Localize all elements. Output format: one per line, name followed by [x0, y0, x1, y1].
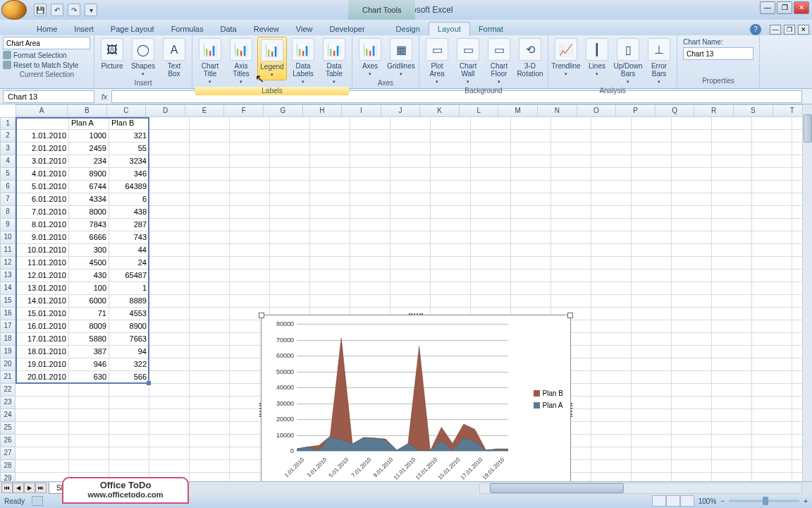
cell-C11[interactable]: 44 — [109, 244, 149, 257]
cell-J10[interactable] — [390, 231, 431, 244]
cell-E18[interactable] — [190, 333, 230, 346]
cell-D5[interactable] — [149, 168, 190, 181]
cell-M15[interactable] — [511, 295, 551, 308]
cell-L3[interactable] — [471, 143, 511, 155]
cell-D27[interactable] — [149, 447, 190, 460]
cell-B12[interactable]: 4500 — [69, 257, 109, 270]
cell-S27[interactable] — [752, 447, 792, 460]
cell-E12[interactable] — [190, 257, 230, 270]
cell-C23[interactable] — [109, 397, 149, 409]
cell-A14[interactable]: 13.01.2010 — [16, 282, 69, 295]
cell-S15[interactable] — [752, 295, 792, 308]
cell-A19[interactable]: 18.01.2010 — [16, 346, 69, 358]
cell-P20[interactable] — [632, 358, 672, 371]
col-header-P[interactable]: P — [616, 104, 656, 117]
cell-F4[interactable] — [230, 155, 270, 168]
cell-C18[interactable]: 7663 — [109, 333, 149, 346]
tab-insert[interactable]: Insert — [66, 23, 102, 35]
cell-H13[interactable] — [310, 270, 350, 282]
cell-J8[interactable] — [390, 206, 431, 219]
cell-R1[interactable] — [712, 117, 752, 130]
row-header-9[interactable]: 9 — [0, 219, 16, 231]
cell-G12[interactable] — [270, 257, 310, 270]
tab-formulas[interactable]: Formulas — [163, 23, 212, 35]
cell-R10[interactable] — [712, 231, 752, 244]
cell-E20[interactable] — [190, 358, 230, 371]
cell-O6[interactable] — [591, 181, 632, 193]
axes-button[interactable]: 📊Axes▾ — [355, 37, 385, 79]
cell-O28[interactable] — [591, 460, 632, 473]
cell-P27[interactable] — [632, 447, 672, 460]
cell-C8[interactable]: 438 — [109, 206, 149, 219]
row-header-20[interactable]: 20 — [0, 358, 16, 371]
cell-O26[interactable] — [591, 435, 632, 447]
sheet-nav-last[interactable]: ⏭ — [35, 483, 47, 493]
cell-D16[interactable] — [149, 308, 190, 320]
cell-B2[interactable]: 1000 — [69, 130, 109, 143]
cell-E21[interactable] — [190, 371, 230, 384]
cell-A1[interactable] — [16, 117, 69, 130]
cell-R3[interactable] — [712, 143, 752, 155]
cell-F8[interactable] — [230, 206, 270, 219]
cell-M11[interactable] — [511, 244, 551, 257]
help-icon[interactable]: ? — [750, 24, 761, 35]
cell-B19[interactable]: 387 — [69, 346, 109, 358]
embedded-chart[interactable]: 0100002000030000400005000060000700008000… — [261, 315, 571, 505]
cell-G11[interactable] — [270, 244, 310, 257]
col-header-I[interactable]: I — [342, 104, 381, 117]
cell-O10[interactable] — [591, 231, 632, 244]
view-page-break-button[interactable] — [680, 495, 694, 507]
zoom-out-button[interactable]: − — [720, 497, 725, 505]
cell-D3[interactable] — [149, 143, 190, 155]
cell-P25[interactable] — [632, 422, 672, 435]
cell-K6[interactable] — [431, 181, 471, 193]
cell-S8[interactable] — [752, 206, 792, 219]
cell-O3[interactable] — [591, 143, 632, 155]
cell-M2[interactable] — [511, 130, 551, 143]
cell-L15[interactable] — [471, 295, 511, 308]
cell-S2[interactable] — [752, 130, 792, 143]
cell-I10[interactable] — [350, 231, 390, 244]
cell-G10[interactable] — [270, 231, 310, 244]
cell-F10[interactable] — [230, 231, 270, 244]
tab-layout[interactable]: Layout — [429, 22, 470, 35]
cell-H3[interactable] — [310, 143, 350, 155]
col-header-H[interactable]: H — [303, 104, 343, 117]
cell-Q9[interactable] — [672, 219, 712, 231]
cell-F15[interactable] — [230, 295, 270, 308]
cell-E4[interactable] — [190, 155, 230, 168]
cell-Q18[interactable] — [672, 333, 712, 346]
cell-F9[interactable] — [230, 219, 270, 231]
cell-C17[interactable]: 8900 — [109, 320, 149, 333]
cell-N15[interactable] — [551, 295, 591, 308]
cell-R7[interactable] — [712, 193, 752, 206]
cell-B22[interactable] — [69, 384, 109, 397]
cell-R13[interactable] — [712, 270, 752, 282]
view-normal-button[interactable] — [652, 495, 666, 507]
cell-G7[interactable] — [270, 193, 310, 206]
row-header-10[interactable]: 10 — [0, 231, 16, 244]
cell-P23[interactable] — [632, 397, 672, 409]
horizontal-scroll-thumb[interactable] — [490, 483, 624, 493]
cell-P19[interactable] — [632, 346, 672, 358]
cell-D20[interactable] — [149, 358, 190, 371]
textbox-button[interactable]: AText Box — [159, 37, 189, 79]
cell-R23[interactable] — [712, 397, 752, 409]
cell-E16[interactable] — [190, 308, 230, 320]
cell-F1[interactable] — [230, 117, 270, 130]
sheet-nav-prev[interactable]: ◀ — [13, 483, 24, 493]
cell-D12[interactable] — [149, 257, 190, 270]
cell-N5[interactable] — [551, 168, 591, 181]
tab-home[interactable]: Home — [28, 23, 66, 35]
cell-Q27[interactable] — [672, 447, 712, 460]
cell-Q14[interactable] — [672, 282, 712, 295]
cell-I6[interactable] — [350, 181, 390, 193]
cell-Q8[interactable] — [672, 206, 712, 219]
zoom-slider-thumb[interactable] — [763, 497, 768, 505]
cell-B17[interactable]: 8009 — [69, 320, 109, 333]
row-header-6[interactable]: 6 — [0, 181, 16, 193]
cell-P11[interactable] — [632, 244, 672, 257]
cell-D14[interactable] — [149, 282, 190, 295]
cell-P16[interactable] — [632, 308, 672, 320]
cell-B28[interactable] — [69, 460, 109, 473]
